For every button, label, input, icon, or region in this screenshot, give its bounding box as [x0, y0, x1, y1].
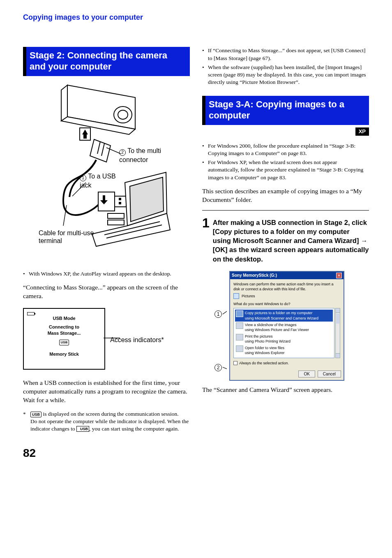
- right-column: • If “Connecting to Mass Storage...” doe…: [202, 47, 369, 433]
- camera-lcd: USB Mode Connecting to Mass Storage... U…: [23, 308, 105, 370]
- ok-button[interactable]: OK: [298, 370, 315, 378]
- right-para-section: This section describes an example of cop…: [202, 187, 369, 204]
- autoplay-dialog: Sony MemoryStick (G:) × Windows can perf…: [229, 271, 344, 381]
- svg-rect-12: [115, 196, 126, 207]
- callout-2-text: To the multi connector: [119, 147, 161, 163]
- breadcrumb: Copying images to your computer: [23, 12, 369, 22]
- cancel-button[interactable]: Cancel: [318, 370, 341, 378]
- dialog-lead: Windows can perform the same action each…: [233, 282, 340, 292]
- always-checkbox-row[interactable]: Always do the selected action.: [233, 361, 340, 366]
- dialog-prompt: What do you want Windows to do?: [233, 301, 340, 306]
- callout-2-num: 2: [119, 149, 126, 156]
- access-indicators-label: Access indicators*: [110, 336, 164, 345]
- right-top-bullet-1: • If “Connecting to Mass Storage...” doe…: [202, 47, 369, 62]
- lcd-usb-icon: USB: [59, 340, 69, 346]
- dialog-action-list[interactable]: Copy pictures to a folder on my computer…: [233, 308, 334, 358]
- stage2-heading: Stage 2: Connecting the camera and your …: [23, 47, 190, 76]
- dialog-titlebar: Sony MemoryStick (G:) ×: [230, 272, 344, 279]
- left-para-first-time: When a USB connection is established for…: [23, 379, 190, 405]
- page-number: 82: [23, 445, 369, 461]
- always-label: Always do the selected action.: [239, 361, 289, 366]
- right-top-bullet-2: • When the software (supplied) has been …: [202, 64, 369, 86]
- dialog-scrollbar[interactable]: [335, 308, 340, 358]
- step-1: 1 After making a USB connection in Stage…: [202, 216, 369, 264]
- print-icon: [236, 334, 243, 340]
- xp-badge: XP: [355, 127, 369, 136]
- svg-rect-14: [119, 202, 121, 204]
- lcd-line4: Memory Stick: [24, 351, 104, 357]
- dialog-callout-2: 2: [214, 364, 222, 371]
- right-top-bullet-1-text: If “Connecting to Mass Storage...” does …: [208, 47, 369, 62]
- scroll-up-icon[interactable]: [336, 308, 340, 313]
- dialog-item-open-l2: using Windows Explorer: [245, 350, 285, 355]
- dialog-title-text: Sony MemoryStick (G:): [232, 273, 277, 278]
- lcd-line2: Connecting to: [24, 324, 104, 330]
- lcd-line3: Mass Storage...: [24, 330, 104, 336]
- dialog-item-open[interactable]: Open folder to view files using Windows …: [235, 345, 333, 356]
- footnote-line3: , you can start using the computer again…: [89, 426, 179, 432]
- svg-rect-10: [83, 134, 87, 139]
- copy-icon: [236, 310, 243, 317]
- svg-rect-25: [108, 213, 124, 218]
- cable-label: Cable for multi-use terminal: [39, 229, 100, 245]
- scroll-down-icon[interactable]: [336, 353, 340, 358]
- dialog-item-slideshow-l2: using Windows Picture and Fax Viewer: [245, 327, 309, 332]
- usb-indicator-icon: USB: [30, 412, 42, 417]
- right-mid-bullet-1-text: For Windows 2000, follow the procedure e…: [208, 142, 369, 157]
- dialog-item-print[interactable]: Print the pictures using Photo Printing …: [235, 333, 333, 345]
- left-column: Stage 2: Connecting the camera and your …: [23, 47, 190, 433]
- dialog-pictures-label: Pictures: [242, 294, 255, 299]
- checkbox[interactable]: [233, 361, 238, 365]
- footnote-line1: is displayed on the screen during the co…: [43, 411, 178, 417]
- dialog-item-open-l1: Open folder to view files: [245, 345, 285, 350]
- slideshow-icon: [236, 322, 243, 329]
- footnote: * USB is displayed on the screen during …: [23, 410, 190, 433]
- battery-icon: [27, 312, 35, 315]
- connection-diagram: 2 To the multi connector 1 To a USB jack…: [39, 82, 174, 263]
- dialog-item-copy-l1: Copy pictures to a folder on my computer: [245, 310, 318, 315]
- svg-marker-1: [61, 85, 67, 121]
- scroll-thumb[interactable]: [336, 314, 339, 324]
- right-para-wizard: The “Scanner and Camera Wizard” screen a…: [202, 386, 369, 394]
- dialog-item-slideshow[interactable]: View a slideshow of the images using Win…: [235, 322, 333, 333]
- dialog-item-print-l2: using Photo Printing Wizard: [245, 339, 291, 344]
- folder-icon: [236, 345, 243, 352]
- svg-line-31: [223, 311, 227, 314]
- dialog-item-copy-l2: using Microsoft Scanner and Camera Wizar…: [245, 316, 318, 321]
- svg-line-32: [223, 367, 227, 369]
- right-mid-bullet-1: • For Windows 2000, follow the procedure…: [202, 142, 369, 157]
- close-icon[interactable]: ×: [336, 273, 342, 278]
- dialog-callout-1: 1: [214, 310, 222, 318]
- divider: [202, 210, 369, 211]
- step-1-number: 1: [202, 216, 210, 264]
- right-mid-bullet-2: • For Windows XP, when the wizard screen…: [202, 159, 369, 181]
- pictures-icon: [233, 293, 239, 299]
- left-bullet-1-text: With Windows XP, the AutoPlay wizard app…: [29, 270, 171, 278]
- callout-1-text: To a USB jack: [80, 173, 116, 189]
- step-1-text: After making a USB connection in Stage 2…: [213, 216, 369, 264]
- left-bullet-1: • With Windows XP, the AutoPlay wizard a…: [23, 270, 190, 278]
- right-top-bullet-2-text: When the software (supplied) has been in…: [208, 64, 369, 86]
- dialog-item-copy[interactable]: Copy pictures to a folder on my computer…: [235, 310, 333, 321]
- left-para-mass-storage: “Connecting to Mass Storage...” appears …: [23, 283, 190, 301]
- usb-bar-icon: USB: [76, 426, 89, 432]
- dialog-item-slideshow-l1: View a slideshow of the images: [245, 322, 309, 327]
- right-mid-bullet-2-text: For Windows XP, when the wizard screen d…: [208, 159, 369, 181]
- lcd-line1: USB Mode: [24, 315, 104, 322]
- stage3a-heading: Stage 3-A: Copying images to a computer: [202, 96, 369, 125]
- callout-1-num: 1: [80, 175, 86, 181]
- svg-rect-26: [108, 220, 124, 225]
- svg-point-4: [118, 110, 128, 119]
- dialog-item-print-l1: Print the pictures: [245, 334, 291, 339]
- svg-rect-13: [119, 198, 121, 200]
